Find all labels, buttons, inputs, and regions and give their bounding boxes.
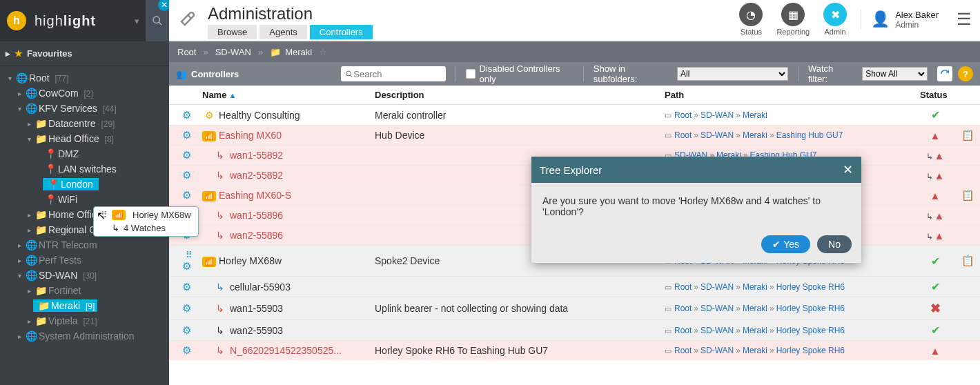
path-link[interactable]: Meraki <box>743 346 767 355</box>
path-link[interactable]: Meraki <box>743 130 767 140</box>
nav-admin[interactable]: ✖Admin <box>823 3 847 36</box>
path-link[interactable]: Meraki <box>743 326 767 335</box>
tree-node[interactable]: 📍WiFi <box>0 192 169 207</box>
tab-agents[interactable]: Agents <box>259 25 306 39</box>
col-status[interactable]: Status <box>914 86 956 105</box>
expand-icon[interactable]: ▸ <box>25 287 33 295</box>
tree-node[interactable]: ▸📁Fortinet <box>0 283 169 298</box>
watch-filter-select[interactable]: Show All <box>862 67 928 81</box>
col-path[interactable]: Path <box>659 86 914 105</box>
path-link[interactable]: Root <box>674 110 692 120</box>
table-row[interactable]: ⚙⚙Healthy ConsultingMeraki controller▭Ro… <box>169 105 980 126</box>
drag-handle-icon[interactable]: ⠿ <box>186 250 191 260</box>
gear-icon[interactable]: ⚙ <box>182 129 191 141</box>
table-row[interactable]: ⚙📶Eashing MX60Hub Device▭Root»SD-WAN»Mer… <box>169 126 980 146</box>
table-row[interactable]: ⚙↳N_66202914522350525...Horley Spoke RH6… <box>169 341 980 361</box>
path-link[interactable]: SD-WAN <box>700 282 734 292</box>
gear-icon[interactable]: ⚙ <box>182 189 191 201</box>
sidebar-collapse-toggle[interactable]: ▾ <box>128 0 146 41</box>
tree-node[interactable]: ▾🌐Root [77] <box>0 70 169 86</box>
path-link[interactable]: SD-WAN <box>700 304 734 313</box>
tab-controllers[interactable]: Controllers <box>310 25 373 39</box>
path-link[interactable]: SD-WAN <box>700 130 734 140</box>
breadcrumb-item[interactable]: Root <box>177 47 196 57</box>
path-link[interactable]: Horley Spoke RH6 <box>776 326 845 335</box>
help-button[interactable]: ? <box>958 66 973 81</box>
gear-icon[interactable]: ⚙ <box>182 302 191 314</box>
expand-icon[interactable]: ▸ <box>15 333 23 340</box>
gear-icon[interactable]: ⚙ <box>182 149 191 161</box>
gear-icon[interactable]: ⚙ <box>182 260 191 272</box>
path-link[interactable]: Root <box>674 282 692 292</box>
gear-icon[interactable]: ⚙ <box>182 109 191 121</box>
path-link[interactable]: SD-WAN <box>700 326 734 335</box>
expand-icon[interactable]: ▸ <box>25 317 33 325</box>
search-input[interactable] <box>353 69 442 79</box>
path-link[interactable]: Root <box>674 326 692 335</box>
clipboard-icon[interactable]: 📋 <box>961 255 974 266</box>
col-name[interactable]: Name <box>197 86 369 105</box>
path-link[interactable]: Horley Spoke RH6 <box>776 282 845 292</box>
nav-reporting[interactable]: ▦Reporting <box>776 3 810 36</box>
disabled-only-toggle[interactable]: Disabled Controllers only <box>466 63 574 84</box>
table-row[interactable]: ⚙↳wan1-55903Uplink bearer - not collecti… <box>169 297 980 320</box>
expand-icon[interactable]: ▸ <box>25 211 33 219</box>
tree-node[interactable]: ▾🌐KFV Services [44] <box>0 101 169 116</box>
path-link[interactable]: Eashing Hub GU7 <box>776 130 843 140</box>
path-link[interactable]: Meraki <box>743 110 767 120</box>
user-block[interactable]: 👤Alex BakerAdmin <box>861 10 939 30</box>
dialog-no-button[interactable]: No <box>817 235 852 253</box>
dialog-close-button[interactable]: ✕ <box>843 162 853 177</box>
tree-node[interactable]: 📍LAN switches <box>0 161 169 177</box>
expand-icon[interactable]: ▾ <box>6 75 14 82</box>
gear-icon[interactable]: ⚙ <box>182 169 191 181</box>
menu-button[interactable]: ☰ <box>957 10 972 29</box>
tab-browse[interactable]: Browse <box>208 25 257 39</box>
table-row[interactable]: ⚙↳cellular-55903▭Root»SD-WAN»Meraki»Horl… <box>169 277 980 297</box>
tree-node[interactable]: ▸🌐NTR Telecom <box>0 237 169 253</box>
checkbox-icon[interactable] <box>466 69 475 79</box>
expand-icon[interactable]: ▸ <box>15 257 23 264</box>
clipboard-icon[interactable]: 📋 <box>961 189 974 201</box>
path-link[interactable]: Meraki <box>743 304 767 313</box>
dialog-yes-button[interactable]: ✔Yes <box>761 235 810 253</box>
favourites-header[interactable]: ▸ ★ Favourites <box>6 48 169 59</box>
tree-node[interactable]: 📍London <box>0 177 169 192</box>
tree-node[interactable]: ▾🌐SD-WAN [30] <box>0 268 169 283</box>
search-box[interactable] <box>341 66 446 81</box>
path-link[interactable]: Root <box>674 346 692 355</box>
tree-node[interactable]: ▸📁Viptela [21] <box>0 313 169 328</box>
gear-icon[interactable]: ⚙ <box>182 344 191 356</box>
col-desc[interactable]: Description <box>369 86 659 105</box>
tree-node[interactable]: 📁Meraki [9] <box>0 298 169 313</box>
expand-icon[interactable]: ▸ <box>15 90 23 97</box>
tree-node[interactable]: ▸📁Datacentre [29] <box>0 116 169 131</box>
path-link[interactable]: Root <box>674 130 692 140</box>
path-link[interactable]: SD-WAN <box>700 110 734 120</box>
tree-node[interactable]: ▸🌐CowCom [2] <box>0 86 169 101</box>
favourite-toggle-icon[interactable]: ☆ <box>319 47 327 57</box>
breadcrumb-item[interactable]: SD-WAN <box>215 47 251 57</box>
expand-icon[interactable]: ▾ <box>15 272 23 279</box>
tree-node[interactable]: ▸🌐Perf Tests <box>0 253 169 268</box>
clipboard-icon[interactable]: 📋 <box>961 129 974 141</box>
path-link[interactable]: Meraki <box>743 282 767 292</box>
path-link[interactable]: Horley Spoke RH6 <box>776 304 845 313</box>
expand-icon[interactable]: ▸ <box>15 241 23 249</box>
tree-node[interactable]: ▸🌐System Administration <box>0 328 169 344</box>
path-link[interactable]: Horley Spoke RH6 <box>776 346 845 355</box>
expand-icon[interactable]: ▾ <box>25 135 33 143</box>
refresh-button[interactable] <box>937 66 952 81</box>
table-row[interactable]: ⚙↳wan2-55903▭Root»SD-WAN»Meraki»Horley S… <box>169 320 980 341</box>
gear-icon[interactable]: ⚙ <box>182 324 191 336</box>
expand-icon[interactable]: ▸ <box>25 120 33 128</box>
expand-icon[interactable]: ▸ <box>25 226 33 234</box>
breadcrumb-item[interactable]: Meraki <box>285 47 312 57</box>
nav-status[interactable]: ◔Status <box>739 3 763 36</box>
path-link[interactable]: SD-WAN <box>700 346 734 355</box>
tree-node[interactable]: ▾📁Head Office [8] <box>0 131 169 146</box>
subfolders-select[interactable]: All <box>677 67 788 81</box>
path-link[interactable]: Root <box>674 304 692 313</box>
expand-icon[interactable]: ▾ <box>15 105 23 112</box>
gear-icon[interactable]: ⚙ <box>182 281 191 293</box>
